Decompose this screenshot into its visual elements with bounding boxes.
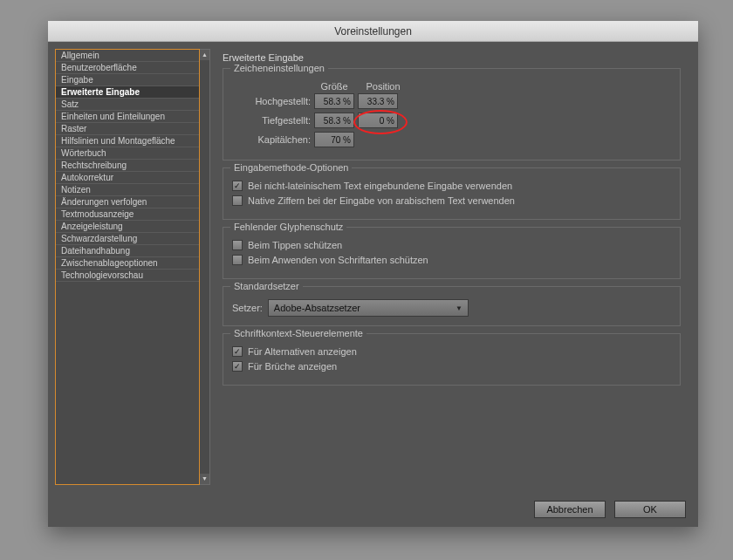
sidebar-item-14[interactable]: Anzeigeleistung [56, 221, 199, 233]
size-input[interactable]: 58.3 % [314, 113, 354, 128]
sidebar-item-10[interactable]: Autokorrektur [56, 172, 199, 184]
main-panel: Erweiterte Eingabe Zeicheneinstellungen … [212, 49, 691, 485]
char-row-2: Kapitälchen:70 % [232, 132, 671, 147]
composer-group: Standardsetzer Setzer: Adobe-Absatzsetze… [223, 286, 681, 326]
ok-button[interactable]: OK [614, 501, 686, 518]
position-input[interactable]: 33.3 % [358, 93, 398, 109]
character-settings-group: Zeicheneinstellungen Größe Position Hoch… [223, 68, 681, 160]
chevron-down-icon: ▼ [456, 304, 462, 312]
glyph-protect-group: Fehlender Glyphenschutz Beim Tippen schü… [223, 227, 681, 279]
checkbox-label: Beim Tippen schützen [248, 240, 342, 250]
sidebar-item-2[interactable]: Eingabe [56, 74, 199, 86]
group-legend: Fehlender Glyphenschutz [230, 222, 346, 232]
size-input[interactable]: 70 % [314, 132, 354, 147]
group-legend: Eingabemethode-Optionen [230, 162, 352, 173]
sidebar-item-5[interactable]: Einheiten und Einteilungen [56, 111, 199, 123]
size-input[interactable]: 58.3 % [314, 93, 354, 109]
scroll-up-icon[interactable]: ▲ [200, 50, 209, 60]
preferences-window: Voreinstellungen AllgemeinBenutzeroberfl… [48, 21, 698, 527]
group-legend: Standardsetzer [230, 281, 303, 291]
col-position: Position [363, 81, 403, 92]
sidebar-item-6[interactable]: Raster [56, 123, 199, 135]
checkbox-fractions[interactable]: ✓ Für Brüche anzeigen [232, 361, 671, 372]
panel-title: Erweiterte Eingabe [223, 52, 681, 63]
cancel-button[interactable]: Abbrechen [534, 501, 606, 518]
sidebar-item-3[interactable]: Erweiterte Eingabe [56, 86, 199, 99]
input-method-group: Eingabemethode-Optionen ✓ Bei nicht-late… [223, 167, 681, 220]
window-title: Voreinstellungen [334, 25, 412, 38]
checkbox-icon[interactable] [232, 255, 243, 265]
sidebar-item-4[interactable]: Satz [56, 99, 199, 111]
checkbox-protect-fonts[interactable]: Beim Anwenden von Schriftarten schützen [232, 255, 671, 265]
checkbox-nonlatin[interactable]: ✓ Bei nicht-lateinischem Text eingebunde… [232, 181, 671, 191]
composer-label: Setzer: [232, 303, 263, 313]
checkbox-label: Für Brüche anzeigen [248, 361, 337, 372]
sidebar-item-15[interactable]: Schwarzdarstellung [56, 233, 199, 245]
composer-select[interactable]: Adobe-Absatzsetzer ▼ [268, 299, 469, 317]
sidebar-wrap: AllgemeinBenutzeroberflächeEingabeErweit… [55, 49, 210, 485]
sidebar-item-8[interactable]: Wörterbuch [56, 147, 199, 160]
row-label: Kapitälchen: [232, 134, 311, 145]
sidebar-item-1[interactable]: Benutzeroberfläche [56, 62, 199, 74]
position-input[interactable]: 0 % [358, 113, 398, 128]
col-size: Größe [314, 81, 354, 92]
checkbox-icon[interactable]: ✓ [232, 346, 243, 357]
sidebar-scrollbar[interactable]: ▲ ▼ [200, 49, 210, 485]
content-area: AllgemeinBenutzeroberflächeEingabeErweit… [48, 42, 698, 492]
column-headers: Größe Position [314, 81, 671, 92]
window-titlebar: Voreinstellungen [48, 21, 698, 42]
dialog-footer: Abbrechen OK [534, 501, 686, 518]
category-sidebar: AllgemeinBenutzeroberflächeEingabeErweit… [55, 49, 200, 485]
composer-row: Setzer: Adobe-Absatzsetzer ▼ [232, 299, 671, 317]
sidebar-item-11[interactable]: Notizen [56, 184, 199, 196]
sidebar-item-16[interactable]: Dateihandhabung [56, 245, 199, 257]
checkbox-native-digits[interactable]: Native Ziffern bei der Eingabe von arabi… [232, 195, 671, 206]
char-row-1: Tiefgestellt:58.3 %0 % [232, 113, 671, 128]
checkbox-label: Native Ziffern bei der Eingabe von arabi… [248, 195, 515, 206]
char-row-0: Hochgestellt:58.3 %33.3 % [232, 93, 671, 109]
checkbox-icon[interactable]: ✓ [232, 361, 243, 372]
checkbox-label: Beim Anwenden von Schriftarten schützen [248, 255, 428, 265]
group-legend: Schriftkontext-Steuerelemente [230, 328, 366, 338]
scroll-down-icon[interactable]: ▼ [200, 474, 209, 484]
checkbox-label: Für Alternativen anzeigen [248, 346, 357, 357]
sidebar-item-7[interactable]: Hilfslinien und Montagefläche [56, 135, 199, 147]
sidebar-item-0[interactable]: Allgemein [56, 50, 199, 62]
select-value: Adobe-Absatzsetzer [274, 303, 360, 313]
checkbox-label: Bei nicht-lateinischem Text eingebundene… [248, 181, 512, 191]
sidebar-item-17[interactable]: Zwischenablageoptionen [56, 257, 199, 270]
checkbox-icon[interactable] [232, 195, 243, 206]
checkbox-alternatives[interactable]: ✓ Für Alternativen anzeigen [232, 346, 671, 357]
checkbox-protect-typing[interactable]: Beim Tippen schützen [232, 240, 671, 250]
row-label: Tiefgestellt: [232, 115, 311, 126]
group-legend: Zeicheneinstellungen [230, 63, 328, 73]
sidebar-item-18[interactable]: Technologievorschau [56, 270, 199, 282]
sidebar-item-12[interactable]: Änderungen verfolgen [56, 196, 199, 208]
font-context-group: Schriftkontext-Steuerelemente ✓ Für Alte… [223, 333, 681, 386]
row-label: Hochgestellt: [232, 96, 311, 106]
checkbox-icon[interactable]: ✓ [232, 181, 243, 191]
checkbox-icon[interactable] [232, 240, 243, 250]
sidebar-item-13[interactable]: Textmodusanzeige [56, 208, 199, 221]
sidebar-item-9[interactable]: Rechtschreibung [56, 160, 199, 172]
